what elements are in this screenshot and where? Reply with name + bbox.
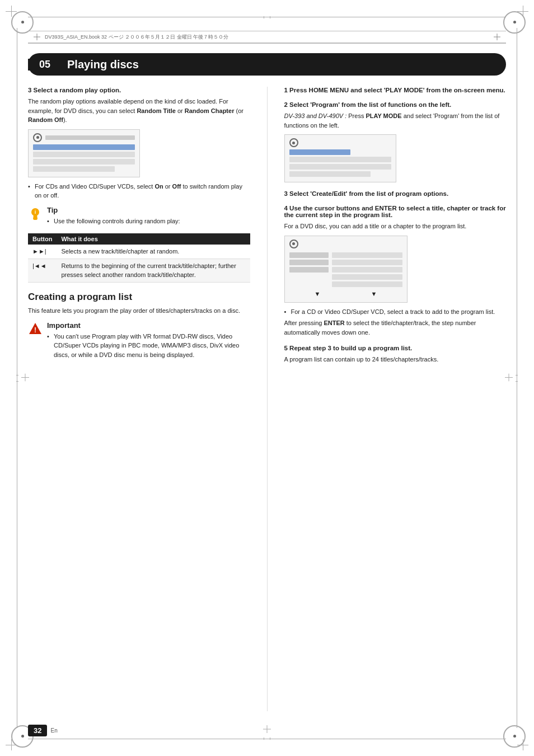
screenshot-program-2: ▼ ▼ <box>284 236 407 303</box>
svg-marker-5 <box>33 214 38 219</box>
step3-heading-right: 3 Select 'Create/Edit' from the list of … <box>284 190 507 197</box>
tip-icon: i <box>28 206 43 221</box>
tip-box: i Tip Use the following controls during … <box>28 206 250 228</box>
step4-bullet-cd: For a CD or Video CD/Super VCD, select a… <box>284 307 507 317</box>
table-header-action: What it does <box>57 233 250 245</box>
step3-heading-left: 3 Select a random play option. <box>28 87 250 93</box>
header-crosshair-left <box>34 34 40 40</box>
bullet-cd-random: For CDs and Video CD/Super VCDs, select … <box>28 182 250 200</box>
step4-heading-right: 4 Use the cursor buttons and ENTER to se… <box>284 205 507 218</box>
random-play-table: Button What it does ►►| Selects a new tr… <box>28 233 250 283</box>
mid-bottom-mark <box>264 738 270 740</box>
column-divider <box>267 87 268 711</box>
mid-right-mark <box>516 375 518 382</box>
header-border-bottom <box>28 43 506 44</box>
left-column: 3 Select a random play option. The rando… <box>28 87 256 711</box>
screenshot-program-1 <box>284 134 396 182</box>
important-bullet: You can't use Program play with VR forma… <box>47 332 250 360</box>
table-row: ►►| Selects a new track/title/chapter at… <box>28 245 250 259</box>
bottom-center-crosshair <box>263 725 271 735</box>
important-icon: ! <box>28 322 43 336</box>
step2-body-right: DV-393 and DV-490V : Press PLAY MODE and… <box>284 111 507 130</box>
chapter-number: 05 <box>28 59 62 71</box>
svg-text:!: ! <box>34 326 36 334</box>
step3-body-left: The random play options available depend… <box>28 97 250 125</box>
chapter-title: Playing discs <box>62 58 506 71</box>
chapter-header: 05 Playing discs <box>28 53 506 76</box>
step5-heading-right: 5 Repeat step 3 to build up a program li… <box>284 345 507 351</box>
table-cell-button-1: ►►| <box>28 245 57 259</box>
mid-left-mark <box>16 375 18 382</box>
section-heading-program: Creating a program list <box>28 292 250 303</box>
table-cell-button-2: |◄◄ <box>28 259 57 283</box>
page-footer: 32 En <box>28 725 58 736</box>
header-crosshair-right <box>494 34 500 40</box>
svg-text:i: i <box>35 209 36 215</box>
screenshot-arrows: ▼ ▼ <box>289 289 402 299</box>
table-header-button: Button <box>28 233 57 245</box>
step1-heading-right: 1 Press HOME MENU and select 'PLAY MODE'… <box>284 87 507 93</box>
svg-rect-6 <box>34 219 37 220</box>
section-body-program: This feature lets you program the play o… <box>28 306 250 316</box>
mid-top-mark <box>264 16 270 18</box>
header-bar: DV393S_ASIA_EN.book 32 ページ ２００６年５月１２日 金曜… <box>28 31 506 43</box>
table-cell-desc-1: Selects a new track/title/chapter at ran… <box>57 245 250 259</box>
page-number: 32 <box>28 725 47 736</box>
step5-body-right: A program list can contain up to 24 titl… <box>284 355 507 364</box>
right-center-crosshair <box>505 373 513 383</box>
important-box: ! Important You can't use Program play w… <box>28 321 250 362</box>
step2-heading-right: 2 Select 'Program' from the list of func… <box>284 101 507 108</box>
corner-decoration-br <box>495 717 528 750</box>
tip-label: Tip <box>47 206 180 214</box>
table-row: |◄◄ Returns to the beginning of the curr… <box>28 259 250 283</box>
table-cell-desc-2: Returns to the beginning of the current … <box>57 259 250 283</box>
left-center-crosshair <box>21 373 29 383</box>
screenshot-random-play <box>28 129 140 177</box>
tip-bullet: Use the following controls during random… <box>47 217 180 226</box>
header-file-info: DV393S_ASIA_EN.book 32 ページ ２００６年５月１２日 金曜… <box>45 34 228 41</box>
right-column: 1 Press HOME MENU and select 'PLAY MODE'… <box>279 87 507 711</box>
step4-body-right: For a DVD disc, you can add a title or a… <box>284 222 507 231</box>
page-lang: En <box>50 727 57 734</box>
important-label: Important <box>47 321 250 330</box>
step4-body2-right: After pressing ENTER to select the title… <box>284 318 507 337</box>
